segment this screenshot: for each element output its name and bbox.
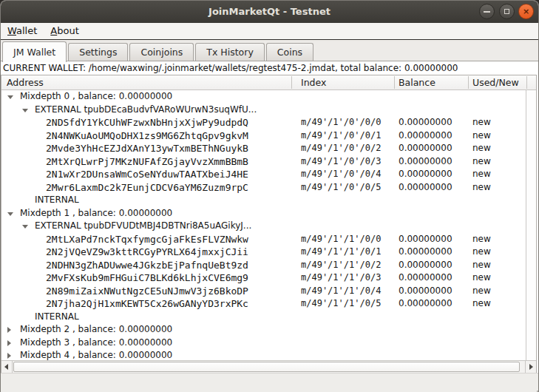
mixdepth-row[interactable]: Mixdepth 3 , balance: 0.00000000 bbox=[1, 337, 526, 350]
column-header-usednew[interactable]: Used/New bbox=[472, 75, 519, 89]
balance-cell: 0.00000000 bbox=[399, 155, 452, 169]
address-cell: 2NDSfdY1YkCUhWFzwxNbHnjxXjwPy9udpdQ bbox=[46, 116, 248, 129]
balance-cell: 0.00000000 bbox=[399, 233, 452, 246]
balance-cell: 0.00000000 bbox=[399, 259, 452, 272]
tab-tx-history[interactable]: Tx History bbox=[195, 43, 264, 61]
address-row[interactable]: 2N89miZaixNWutNgzCE5uNJmwV3jz6BkoDPm/49'… bbox=[1, 285, 526, 298]
address-cell: 2N2jVQeVZ9w3kttRCGyPYRLX64jmxxjCJii bbox=[46, 246, 248, 259]
balance-cell: 0.00000000 bbox=[399, 246, 452, 259]
close-button[interactable]: × bbox=[518, 4, 534, 19]
address-row[interactable]: 2Mvde3YhHcEZJdXAnY13ywTxmBEThNGuykBm/49'… bbox=[1, 142, 526, 155]
wallet-pane: CURRENT WALLET: /home/waxwing/.joinmarke… bbox=[1, 61, 538, 374]
index-cell: m/49'/1'/0'/0/3 bbox=[301, 155, 381, 169]
balance-cell: 0.00000000 bbox=[399, 142, 452, 155]
scroll-right-icon bbox=[529, 364, 533, 370]
wallet-tree: Address Index Balance Used/New Mixdepth … bbox=[1, 75, 537, 374]
vertical-scrollbar[interactable] bbox=[526, 90, 536, 361]
collapse-arrow-icon[interactable] bbox=[22, 225, 28, 229]
status-cell: new bbox=[472, 142, 491, 155]
status-cell: new bbox=[472, 271, 491, 285]
branch-row[interactable]: INTERNAL bbox=[1, 311, 526, 324]
scroll-left-button[interactable] bbox=[1, 361, 13, 373]
address-row[interactable]: 2N2jVQeVZ9w3kttRCGyPYRLX64jmxxjCJiim/49'… bbox=[1, 246, 526, 259]
address-cell: 2Mwr6LaxmDc2k7EunjCDCV6aYM6Zuzm9rpC bbox=[46, 181, 248, 195]
maximize-button[interactable] bbox=[499, 4, 515, 19]
collapse-arrow-icon[interactable] bbox=[22, 109, 28, 112]
balance-cell: 0.00000000 bbox=[399, 271, 452, 285]
menubar: WalletAbout bbox=[1, 23, 538, 40]
window-title: JoinMarketQt - Testnet bbox=[1, 1, 538, 22]
mixdepth-label: Mixdepth 2 , balance: 0.00000000 bbox=[20, 323, 172, 337]
statusbar bbox=[1, 373, 538, 392]
branch-label: INTERNAL bbox=[35, 311, 79, 324]
address-row[interactable]: 2MtXrQLwrPj7MKzNUFAfZGjayVvzXmmBBmBm/49'… bbox=[1, 155, 526, 169]
address-row[interactable]: 2N1wXr2DUnsaWmCoSeNYduwTAATXbeiJ4HEm/49'… bbox=[1, 168, 526, 181]
column-header-index[interactable]: Index bbox=[301, 75, 326, 89]
column-divider[interactable] bbox=[468, 76, 469, 89]
address-cell: 2N4NWKuAoUMQoDHX1zs9MG6ZhtqGpv9gkvM bbox=[46, 129, 248, 143]
expand-arrow-icon[interactable] bbox=[7, 327, 11, 333]
column-divider[interactable] bbox=[291, 76, 292, 89]
index-cell: m/49'/1'/1'/0/2 bbox=[301, 259, 381, 272]
menu-item-about[interactable]: About bbox=[44, 23, 85, 39]
mixdepth-label: Mixdepth 3 , balance: 0.00000000 bbox=[20, 337, 172, 350]
mixdepth-row[interactable]: Mixdepth 0 , balance: 0.00000000 bbox=[1, 90, 526, 104]
collapse-arrow-icon[interactable] bbox=[7, 212, 13, 216]
index-cell: m/49'/1'/0'/0/5 bbox=[301, 181, 381, 195]
branch-label: INTERNAL bbox=[35, 194, 79, 207]
address-row[interactable]: 2NDHN3gZhADUwwe4JGkzbEjPafnqUeBt9zdm/49'… bbox=[1, 259, 526, 272]
column-header-balance[interactable]: Balance bbox=[399, 75, 435, 89]
status-cell: new bbox=[472, 259, 491, 272]
index-cell: m/49'/1'/1'/0/1 bbox=[301, 246, 381, 259]
address-row[interactable]: 2N4NWKuAoUMQoDHX1zs9MG6ZhtqGpv9gkvMm/49'… bbox=[1, 129, 526, 143]
branch-row[interactable]: EXTERNAL tpubDFVUDtMBJ4DBTNri8A5uAGikyJ.… bbox=[1, 220, 526, 233]
tab-jm-wallet[interactable]: JM Wallet bbox=[2, 41, 67, 62]
scroll-right-button[interactable] bbox=[525, 361, 536, 373]
index-cell: m/49'/1'/0'/0/4 bbox=[301, 168, 381, 181]
minimize-button[interactable] bbox=[479, 4, 495, 19]
tab-coinjoins[interactable]: Coinjoins bbox=[129, 43, 194, 61]
tab-bar: JM WalletSettingsCoinjoinsTx HistoryCoin… bbox=[1, 40, 538, 61]
status-cell: new bbox=[472, 297, 491, 311]
address-cell: 2NDHN3gZhADUwwe4JGkzbEjPafnqUeBt9zd bbox=[46, 259, 248, 272]
tree-body: Mixdepth 0 , balance: 0.00000000EXTERNAL… bbox=[1, 90, 526, 361]
collapse-arrow-icon[interactable] bbox=[7, 95, 13, 99]
status-cell: new bbox=[472, 168, 491, 181]
tab-settings[interactable]: Settings bbox=[68, 43, 128, 61]
branch-row[interactable]: INTERNAL bbox=[1, 194, 526, 207]
address-cell: 2MvFXsKub9mFHGuiC7BLKd6kLhjxCVE6mg9 bbox=[46, 271, 248, 285]
tree-header: Address Index Balance Used/New bbox=[1, 75, 536, 90]
column-divider[interactable] bbox=[526, 76, 527, 89]
column-header-address[interactable]: Address bbox=[7, 75, 44, 89]
branch-row[interactable]: EXTERNAL tpubDEcaBudvfVARoWUrwN3suqWfU..… bbox=[1, 104, 526, 117]
mixdepth-row[interactable]: Mixdepth 4 , balance: 0.00000000 bbox=[1, 349, 526, 361]
tab-coins[interactable]: Coins bbox=[266, 43, 313, 61]
status-cell: new bbox=[472, 285, 491, 298]
address-row[interactable]: 2MvFXsKub9mFHGuiC7BLKd6kLhjxCVE6mg9m/49'… bbox=[1, 271, 526, 285]
status-cell: new bbox=[472, 246, 491, 259]
expand-arrow-icon[interactable] bbox=[7, 340, 11, 346]
resize-grip-icon[interactable] bbox=[533, 387, 535, 388]
address-cell: 2N7jha2QjH1xmKEWT5Cx26wGANyYD3rxPKc bbox=[46, 297, 248, 311]
expand-arrow-icon[interactable] bbox=[7, 353, 11, 359]
address-cell: 2N89miZaixNWutNgzCE5uNJmwV3jz6BkoDP bbox=[46, 285, 248, 298]
horizontal-scrollbar[interactable] bbox=[1, 360, 536, 373]
column-divider[interactable] bbox=[394, 76, 395, 89]
address-row[interactable]: 2MtLXaPd7nckTqxfymgcGjaFkEsFLVZNwkwm/49'… bbox=[1, 233, 526, 246]
mixdepth-label: Mixdepth 4 , balance: 0.00000000 bbox=[20, 349, 172, 361]
horizontal-scrollbar-thumb[interactable] bbox=[13, 362, 520, 372]
address-cell: 2N1wXr2DUnsaWmCoSeNYduwTAATXbeiJ4HE bbox=[46, 168, 248, 181]
mixdepth-row[interactable]: Mixdepth 1 , balance: 0.00000000 bbox=[1, 207, 526, 220]
menu-item-wallet[interactable]: Wallet bbox=[1, 23, 44, 39]
address-row[interactable]: 2NDSfdY1YkCUhWFzwxNbHnjxXjwPy9udpdQm/49'… bbox=[1, 116, 526, 129]
status-cell: new bbox=[472, 181, 491, 195]
status-cell: new bbox=[472, 233, 491, 246]
address-row[interactable]: 2N7jha2QjH1xmKEWT5Cx26wGANyYD3rxPKcm/49'… bbox=[1, 297, 526, 311]
address-cell: 2MtXrQLwrPj7MKzNUFAfZGjayVvzXmmBBmB bbox=[46, 155, 248, 169]
mixdepth-row[interactable]: Mixdepth 2 , balance: 0.00000000 bbox=[1, 323, 526, 337]
status-cell: new bbox=[472, 155, 491, 169]
address-cell: 2MtLXaPd7nckTqxfymgcGjaFkEsFLVZNwkw bbox=[46, 233, 248, 246]
balance-cell: 0.00000000 bbox=[399, 116, 452, 129]
balance-cell: 0.00000000 bbox=[399, 297, 452, 311]
address-row[interactable]: 2Mwr6LaxmDc2k7EunjCDCV6aYM6Zuzm9rpCm/49'… bbox=[1, 181, 526, 195]
